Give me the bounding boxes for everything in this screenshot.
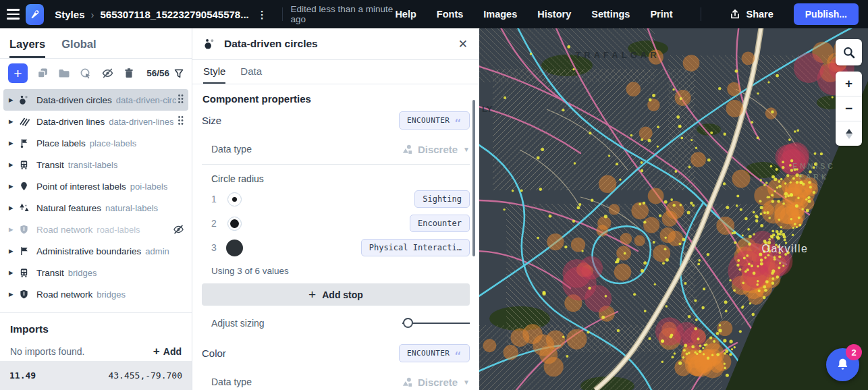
pen-nib-icon <box>29 8 41 20</box>
size-label: Size <box>202 115 221 126</box>
hide-layer-eye-off-icon[interactable] <box>101 67 114 79</box>
zoom-out-button[interactable]: − <box>836 96 862 121</box>
layer-name: Natural features <box>36 203 101 213</box>
share-button[interactable]: Share <box>730 9 773 20</box>
pitch-bearing-toggle[interactable] <box>836 121 862 146</box>
slider-handle[interactable] <box>403 318 413 328</box>
expand-caret-icon[interactable]: ▶ <box>9 269 19 276</box>
tab-layers[interactable]: Layers <box>9 38 45 58</box>
data-type-dropdown[interactable]: Discrete ▼ <box>402 144 470 155</box>
breadcrumb-styles[interactable]: Styles <box>55 9 84 20</box>
group-folder-icon[interactable] <box>58 68 70 78</box>
expand-caret-icon[interactable]: ▶ <box>9 226 19 233</box>
data-type-dropdown[interactable]: Discrete ▼ <box>402 377 470 388</box>
layer-row-poi-labels[interactable]: ▶ Point of interest labels poi-labels <box>3 175 188 197</box>
layer-id: poi-labels <box>130 182 168 192</box>
layer-id: road-labels <box>97 225 140 235</box>
circle-radius-label: Circle radius <box>211 173 470 184</box>
layer-name: Data-driven lines <box>36 117 105 127</box>
map-status-bar: 11.49 43.455,-79.700 <box>0 361 192 390</box>
notifications-bell-button[interactable]: 2 <box>826 348 859 381</box>
expand-caret-icon[interactable]: ▶ <box>9 183 19 190</box>
expand-caret-icon[interactable]: ▶ <box>9 161 19 168</box>
admin-flag-icon <box>19 246 31 256</box>
divider <box>202 164 470 165</box>
select-on-map-icon[interactable] <box>80 67 92 80</box>
layer-filter-counter[interactable]: 56/56 <box>146 68 184 78</box>
place-labels-icon <box>19 138 31 148</box>
add-import-label: Add <box>163 346 182 357</box>
layer-name: Place labels <box>36 138 86 148</box>
menu-item-fonts[interactable]: Fonts <box>437 9 463 20</box>
sidebar-tabs: Layers Global <box>0 28 192 59</box>
mapbox-logo[interactable] <box>26 4 44 25</box>
breadcrumb-style-name[interactable]: 565307118_152232790545578... <box>100 9 248 20</box>
layer-row-natural-labels[interactable]: ▶ Natural features natural-labels <box>3 197 188 219</box>
layer-name: Administrative boundaries <box>36 246 141 256</box>
size-value: ENCOUNTER <box>407 116 450 125</box>
layer-row-road-bridges[interactable]: ▶ Road network bridges <box>3 283 188 305</box>
layer-row-data-driven-circles[interactable]: ▶ Data-driven circles data-driven-circ <box>3 89 188 111</box>
publish-button[interactable]: Publish... <box>794 3 859 25</box>
map-search-button[interactable] <box>836 39 862 65</box>
color-value-chip[interactable]: ENCOUNTER “ <box>399 344 470 362</box>
menu-item-settings[interactable]: Settings <box>591 9 630 20</box>
close-panel-icon[interactable]: ✕ <box>458 38 468 50</box>
layer-name: Road network <box>36 289 92 300</box>
layer-row-transit-bridges[interactable]: ▶ Transit bridges <box>3 262 188 283</box>
expand-caret-icon[interactable]: ▶ <box>9 140 19 146</box>
stop-value-chip[interactable]: Physical Interacti… <box>361 239 470 256</box>
share-label: Share <box>746 9 773 20</box>
panel-scrollbar[interactable] <box>472 100 475 256</box>
tab-data[interactable]: Data <box>240 65 262 84</box>
expand-caret-icon[interactable]: ▶ <box>9 118 19 125</box>
data-type-label: Data type <box>211 377 252 387</box>
tab-style[interactable]: Style <box>203 65 225 84</box>
stop-size-preview[interactable] <box>225 190 244 208</box>
style-options-kebab-icon[interactable]: ⋮ <box>257 9 267 20</box>
layer-id: place-labels <box>90 138 136 148</box>
layer-row-transit-labels[interactable]: ▶ Transit transit-labels <box>3 154 188 175</box>
layer-name: Point of interest labels <box>36 182 126 192</box>
town-label-oakville: Oakville <box>762 243 809 254</box>
add-layer-button[interactable]: + <box>8 63 28 83</box>
menu-item-history[interactable]: History <box>537 9 571 20</box>
layer-row-admin-boundaries[interactable]: ▶ Administrative boundaries admin <box>3 240 188 262</box>
road-shield-icon <box>19 224 31 235</box>
chevron-down-icon: ▼ <box>463 146 470 153</box>
stop-value-chip[interactable]: Encounter <box>410 215 470 232</box>
plus-icon: + <box>308 287 316 302</box>
layer-row-data-driven-lines[interactable]: ▶ Data-driven lines data-driven-lines <box>3 111 188 132</box>
map-canvas[interactable]: TRAFALGAR LY Oakville ENNISC PARK + − <box>479 28 868 390</box>
zoom-in-button[interactable]: + <box>836 72 862 96</box>
menu-item-images[interactable]: Images <box>483 9 517 20</box>
drag-handle[interactable] <box>176 92 185 108</box>
values-usage-text: Using 3 of 6 values <box>211 266 470 276</box>
add-stop-button[interactable]: + Add stop <box>202 283 470 306</box>
expand-caret-icon[interactable]: ▶ <box>9 96 19 103</box>
tab-global[interactable]: Global <box>61 38 96 58</box>
stop-size-preview[interactable] <box>225 238 244 257</box>
add-import-button[interactable]: + Add <box>153 345 182 358</box>
radius-stop-row-1: 1 Sighting <box>202 187 470 211</box>
adjust-sizing-slider[interactable] <box>402 318 470 329</box>
stop-number: 2 <box>211 218 222 229</box>
drag-handle[interactable] <box>176 114 185 130</box>
expand-caret-icon[interactable]: ▶ <box>9 204 19 211</box>
chevron-down-icon: ▼ <box>463 379 470 386</box>
menu-icon[interactable] <box>0 0 26 28</box>
menu-item-print[interactable]: Print <box>650 9 672 20</box>
panel-header: Data-driven circles ✕ <box>192 28 479 60</box>
delete-layer-trash-icon[interactable] <box>124 67 134 79</box>
size-value-chip[interactable]: ENCOUNTER “ <box>399 111 470 130</box>
layers-toolbar: + 56/56 <box>0 59 192 88</box>
layer-row-road-labels[interactable]: ▶ Road network road-labels <box>3 219 188 240</box>
duplicate-layer-icon[interactable] <box>37 67 49 79</box>
layer-row-place-labels[interactable]: ▶ Place labels place-labels <box>3 132 188 154</box>
expand-caret-icon[interactable]: ▶ <box>9 291 19 298</box>
stop-value-chip[interactable]: Sighting <box>414 190 470 208</box>
stop-size-preview[interactable] <box>225 214 244 233</box>
expand-caret-icon[interactable]: ▶ <box>9 248 19 254</box>
menu-item-help[interactable]: Help <box>395 9 416 20</box>
layer-hidden-eye-off-icon[interactable] <box>172 224 185 235</box>
